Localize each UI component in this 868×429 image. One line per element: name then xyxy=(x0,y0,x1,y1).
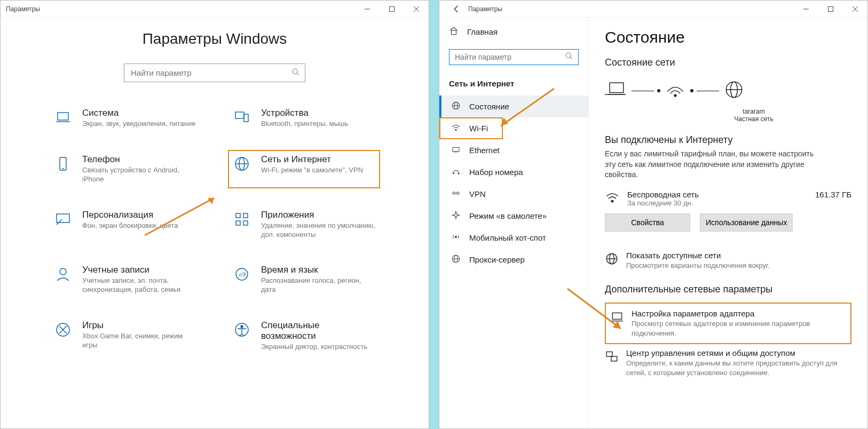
page-heading: Параметры Windows xyxy=(143,30,287,47)
sidebar-item-label: Ethernet xyxy=(469,146,500,155)
network-diagram xyxy=(605,78,851,104)
category-desc: Фон, экран блокировки, цвета xyxy=(82,221,178,231)
svg-point-49 xyxy=(455,236,457,238)
sharing-center-link[interactable]: Центр управления сетями и общим доступом… xyxy=(605,344,851,382)
dialup-icon xyxy=(451,166,461,178)
svg-rect-30 xyxy=(828,6,833,11)
sidebar-item-label: Режим «в самолете» xyxy=(469,211,547,220)
sidebar-search-input[interactable] xyxy=(449,49,579,65)
adapter-settings-link[interactable]: Настройка параметров адаптера Просмотр с… xyxy=(605,303,851,344)
svg-point-39 xyxy=(455,129,456,130)
category-laptop[interactable]: СистемаЭкран, звук, уведомления, питание xyxy=(49,104,201,133)
sidebar-item-label: VPN xyxy=(469,189,486,198)
category-title: Система xyxy=(82,108,195,118)
games-icon xyxy=(53,320,73,339)
svg-rect-18 xyxy=(243,221,248,225)
category-title: Персонализация xyxy=(82,210,178,220)
maximize-button[interactable] xyxy=(818,1,843,18)
sidebar-item-ethernet[interactable]: Ethernet xyxy=(439,139,588,161)
status-heading: Состояние сети xyxy=(605,57,851,68)
available-networks-link[interactable]: Показать доступные сети Просмотрите вари… xyxy=(605,247,851,275)
sidebar-item-hotspot[interactable]: Мобильный хот-спот xyxy=(439,227,588,249)
search-icon xyxy=(565,52,573,62)
sidebar-item-label: Главная xyxy=(467,27,498,36)
personalize-icon xyxy=(53,210,73,229)
wifi-icon xyxy=(605,190,620,205)
category-time[interactable]: A字Время и языкРаспознавание голоса, реги… xyxy=(228,260,380,299)
account-icon xyxy=(53,265,73,284)
close-button[interactable] xyxy=(404,1,429,18)
category-games[interactable]: ИгрыXbox Game Bar, снимки, режим игры xyxy=(49,316,201,356)
sidebar-item-airplane[interactable]: Режим «в самолете» xyxy=(439,205,588,227)
settings-network-window: Параметры Главная Сеть и Интернет Состоя… xyxy=(439,0,868,429)
minimize-button[interactable] xyxy=(794,1,818,18)
sidebar-item-label: Wi-Fi xyxy=(469,124,488,133)
usage-period: За последние 30 дн. xyxy=(627,199,699,207)
usage-name: Беспроводная сеть xyxy=(627,190,699,199)
svg-rect-16 xyxy=(243,213,248,218)
category-devices[interactable]: УстройстваBluetooth, принтеры, мышь xyxy=(228,104,380,133)
category-globe[interactable]: Сеть и ИнтернетWi-Fi, режим "в самолете"… xyxy=(228,150,380,188)
globe-proxy-icon xyxy=(451,254,461,265)
category-desc: Удаление, значения по умолчанию, доп. ко… xyxy=(261,221,376,240)
sidebar-item-globe-status[interactable]: Состояние xyxy=(439,96,588,117)
svg-rect-33 xyxy=(452,30,456,35)
category-desc: Учетные записи, эл. почта, синхронизация… xyxy=(82,276,197,295)
svg-point-34 xyxy=(566,53,571,58)
sidebar-item-label: Состояние xyxy=(469,102,509,111)
svg-rect-63 xyxy=(612,313,621,320)
usage-amount: 161.37 ГБ xyxy=(815,190,851,199)
adapter-icon xyxy=(610,310,624,324)
category-account[interactable]: Учетные записиУчетные записи, эл. почта,… xyxy=(49,260,201,299)
category-title: Специальные возможности xyxy=(261,320,376,341)
svg-point-26 xyxy=(241,325,243,328)
sidebar-item-wifi[interactable]: Wi-Fi xyxy=(439,117,503,139)
sharing-icon xyxy=(605,349,619,363)
category-phone[interactable]: ТелефонСвязать устройство с Android, iPh… xyxy=(49,150,201,188)
svg-point-46 xyxy=(453,192,455,195)
data-usage-button[interactable]: Использование данных xyxy=(700,213,793,232)
category-apps[interactable]: ПриложенияУдаление, значения по умолчани… xyxy=(228,205,380,244)
ethernet-icon xyxy=(451,145,461,156)
svg-point-44 xyxy=(453,173,454,174)
category-title: Устройства xyxy=(261,108,348,118)
category-title: Игры xyxy=(82,320,197,331)
laptop-icon xyxy=(605,78,628,104)
close-button[interactable] xyxy=(843,1,867,18)
sidebar-item-home[interactable]: Главная xyxy=(439,21,588,43)
category-access[interactable]: Специальные возможностиЭкранный диктор, … xyxy=(228,316,380,356)
category-personalize[interactable]: ПерсонализацияФон, экран блокировки, цве… xyxy=(49,205,201,244)
minimize-button[interactable] xyxy=(355,1,380,18)
sidebar-section-label: Сеть и Интернет xyxy=(439,75,588,96)
svg-rect-7 xyxy=(235,112,244,118)
wifi-icon xyxy=(664,78,687,104)
globe-icon xyxy=(232,154,251,173)
svg-line-35 xyxy=(570,57,572,59)
svg-rect-17 xyxy=(236,221,240,225)
maximize-button[interactable] xyxy=(380,1,404,18)
titlebar-left: Параметры xyxy=(1,1,429,18)
svg-rect-53 xyxy=(610,83,624,92)
svg-rect-40 xyxy=(453,147,459,152)
search-input[interactable] xyxy=(124,63,305,82)
usage-row: Беспроводная сеть За последние 30 дн. 16… xyxy=(605,190,851,207)
sidebar-nav: СостояниеWi-FiEthernetНабор номераVPNРеж… xyxy=(439,96,588,271)
svg-line-5 xyxy=(297,73,299,75)
sidebar-item-vpn[interactable]: VPN xyxy=(439,183,588,205)
globe-icon xyxy=(722,78,746,104)
sidebar-item-globe-proxy[interactable]: Прокси-сервер xyxy=(439,249,588,271)
category-desc: Распознавание голоса, регион, дата xyxy=(261,276,376,295)
svg-rect-14 xyxy=(57,214,69,223)
globe-icon xyxy=(605,252,619,266)
advanced-heading: Дополнительные сетевые параметры xyxy=(605,284,851,295)
diagram-caption: tararam Частная сеть xyxy=(656,108,851,123)
phone-icon xyxy=(53,154,73,173)
laptop-icon xyxy=(53,108,73,127)
airplane-icon xyxy=(451,210,461,221)
vpn-icon xyxy=(451,188,461,200)
access-icon xyxy=(232,320,251,339)
properties-button[interactable]: Свойства xyxy=(605,213,690,232)
sidebar-item-dialup[interactable]: Набор номера xyxy=(439,161,588,183)
sidebar-item-label: Набор номера xyxy=(469,168,523,177)
wifi-icon xyxy=(451,123,461,134)
